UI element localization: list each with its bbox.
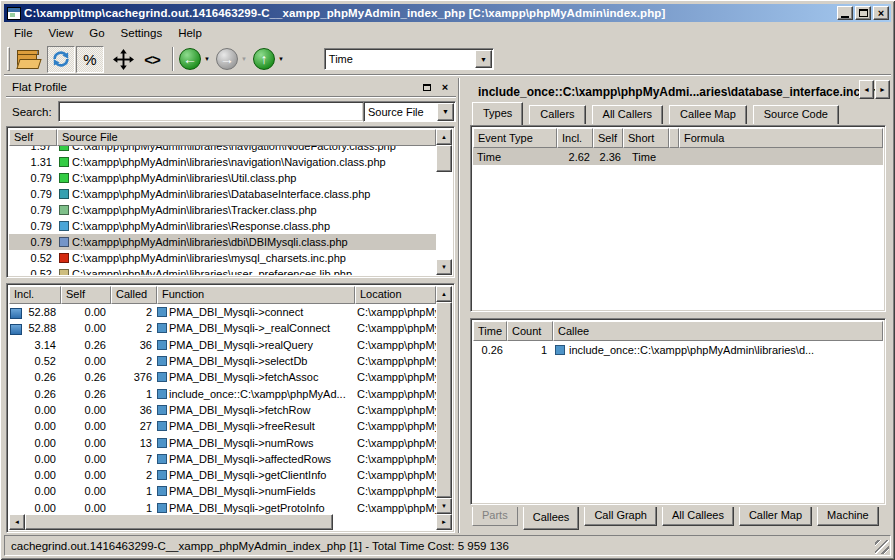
source-file-row[interactable]: 1.57C:\xampp\phpMyAdmin\libraries\naviga… bbox=[9, 146, 436, 154]
source-file-row[interactable]: 0.52C:\xampp\phpMyAdmin\libraries\mysql_… bbox=[9, 250, 436, 266]
scrollbar-thumb[interactable] bbox=[436, 302, 452, 498]
tab-call-graph[interactable]: Call Graph bbox=[584, 507, 657, 526]
column-header[interactable]: Incl. bbox=[557, 128, 593, 148]
expand-collapse-icon: <> bbox=[144, 51, 160, 68]
function-row[interactable]: 0.520.002PMA_DBI_Mysqli->selectDbC:\xamp… bbox=[9, 353, 436, 369]
column-header[interactable]: Event Type bbox=[473, 128, 557, 148]
column-header[interactable]: Short bbox=[623, 128, 669, 148]
source-list-vscrollbar[interactable]: ▲ ▼ bbox=[436, 129, 452, 275]
menu-item-go[interactable]: Go bbox=[81, 25, 112, 41]
column-header[interactable]: Location bbox=[355, 286, 436, 304]
tab-scroll-left-button[interactable]: ◄ bbox=[859, 80, 874, 99]
tab-callees[interactable]: Callees bbox=[523, 507, 580, 530]
scroll-right-button[interactable]: ► bbox=[436, 514, 452, 530]
tab-all-callers[interactable]: All Callers bbox=[592, 105, 664, 124]
scroll-down-button[interactable]: ▼ bbox=[436, 259, 452, 275]
source-file-row[interactable]: 1.31C:\xampp\phpMyAdmin\libraries\naviga… bbox=[9, 154, 436, 170]
tab-caller-map[interactable]: Caller Map bbox=[739, 507, 812, 526]
column-header[interactable]: Formula bbox=[679, 128, 883, 148]
event-combo-dropdown-button[interactable]: ▼ bbox=[475, 50, 492, 68]
column-header[interactable] bbox=[669, 128, 679, 148]
column-header[interactable]: Function bbox=[157, 286, 355, 304]
event-type-row[interactable]: Time2.622.36Time bbox=[473, 148, 883, 165]
group-by-combobox[interactable]: Source File ▼ bbox=[363, 101, 456, 122]
source-file-row[interactable]: 0.79C:\xampp\phpMyAdmin\libraries\Tracke… bbox=[9, 202, 436, 218]
dock-close-button[interactable]: × bbox=[438, 81, 452, 94]
menu-item-file[interactable]: File bbox=[6, 25, 41, 41]
tab-machine[interactable]: Machine bbox=[817, 507, 879, 526]
column-header[interactable]: Time bbox=[473, 321, 507, 341]
column-header[interactable]: Callee bbox=[553, 321, 883, 341]
function-row[interactable]: 52.880.002PMA_DBI_Mysqli->_realConnectC:… bbox=[9, 320, 436, 336]
self-cost-cell: 0.00 bbox=[61, 437, 111, 449]
back-control[interactable]: ← ▼ bbox=[179, 48, 210, 70]
column-header[interactable]: Called bbox=[111, 286, 157, 304]
resize-grip-icon[interactable] bbox=[875, 540, 889, 554]
percent-button[interactable]: % bbox=[76, 46, 104, 73]
title-bar[interactable]: C:\xampp\tmp\cachegrind.out.1416463299-C… bbox=[4, 4, 891, 22]
group-combo-dropdown-button[interactable]: ▼ bbox=[437, 103, 454, 121]
function-row[interactable]: 0.260.261include_once::C:\xampp\phpMyAd.… bbox=[9, 385, 436, 401]
open-file-button[interactable] bbox=[14, 46, 42, 73]
scroll-down-button[interactable]: ▼ bbox=[436, 498, 452, 514]
tab-scroll-right-button[interactable]: ► bbox=[875, 80, 890, 99]
tab-callers[interactable]: Callers bbox=[529, 105, 585, 124]
cycle-button[interactable]: <> bbox=[138, 46, 166, 73]
column-header[interactable]: Self bbox=[593, 128, 623, 148]
maximize-button[interactable] bbox=[855, 6, 871, 20]
source-file-row[interactable]: 0.79C:\xampp\phpMyAdmin\libraries\Respon… bbox=[9, 218, 436, 234]
event-type-combobox[interactable]: Time ▼ bbox=[324, 48, 494, 70]
minimize-button[interactable] bbox=[837, 6, 853, 20]
function-row[interactable]: 3.140.2636PMA_DBI_Mysqli->realQueryC:\xa… bbox=[9, 337, 436, 353]
function-row[interactable]: 0.000.0036PMA_DBI_Mysqli->fetchRowC:\xam… bbox=[9, 402, 436, 418]
column-header[interactable]: Incl. bbox=[9, 286, 61, 304]
function-row[interactable]: 0.000.0027PMA_DBI_Mysqli->freeResultC:\x… bbox=[9, 418, 436, 434]
self-cost-cell: 0.00 bbox=[61, 420, 111, 432]
scroll-up-button[interactable]: ▲ bbox=[436, 129, 452, 145]
forward-control[interactable]: → ▼ bbox=[216, 48, 247, 70]
tab-types[interactable]: Types bbox=[472, 102, 523, 125]
column-header[interactable]: Source File bbox=[57, 129, 436, 146]
event-type-value: Time bbox=[325, 53, 475, 65]
function-row[interactable]: 0.000.002PMA_DBI_Mysqli->getClientInfoC:… bbox=[9, 467, 436, 483]
function-row[interactable]: 0.000.007PMA_DBI_Mysqli->affectedRowsC:\… bbox=[9, 451, 436, 467]
reload-button[interactable] bbox=[47, 46, 75, 73]
source-file-row[interactable]: 0.79C:\xampp\phpMyAdmin\libraries\Util.c… bbox=[9, 170, 436, 186]
dock-float-button[interactable] bbox=[420, 81, 434, 94]
source-file-row[interactable]: 0.52C:\xampp\phpMyAdmin\libraries\user_p… bbox=[9, 266, 436, 275]
function-row[interactable]: 52.880.002PMA_DBI_Mysqli->connectC:\xamp… bbox=[9, 304, 436, 320]
callee-row[interactable]: 0.261include_once::C:\xampp\phpMyAdmin\l… bbox=[473, 341, 883, 358]
source-file-row[interactable]: 0.79C:\xampp\phpMyAdmin\libraries\dbi\DB… bbox=[9, 234, 436, 250]
column-header[interactable]: Count bbox=[507, 321, 553, 341]
scroll-up-button[interactable]: ▲ bbox=[436, 286, 452, 302]
close-button[interactable]: × bbox=[873, 6, 889, 20]
function-table-vscrollbar[interactable]: ▲ ▼ bbox=[436, 286, 452, 514]
search-input[interactable] bbox=[58, 101, 364, 122]
tab-source-code[interactable]: Source Code bbox=[753, 105, 839, 124]
tab-callee-map[interactable]: Callee Map bbox=[669, 105, 747, 124]
scroll-left-button[interactable]: ◄ bbox=[9, 514, 25, 530]
pan-button[interactable] bbox=[109, 46, 137, 73]
function-row[interactable]: 0.000.001PMA_DBI_Mysqli->numFieldsC:\xam… bbox=[9, 483, 436, 499]
toolbar-handle[interactable] bbox=[7, 47, 10, 71]
source-file-cell: C:\xampp\phpMyAdmin\libraries\navigation… bbox=[72, 156, 436, 168]
function-icon bbox=[157, 486, 167, 496]
function-row[interactable]: 0.260.26376PMA_DBI_Mysqli->fetchAssocC:\… bbox=[9, 369, 436, 385]
column-header[interactable]: Self bbox=[61, 286, 111, 304]
tab-parts[interactable]: Parts bbox=[472, 507, 518, 526]
menu-item-settings[interactable]: Settings bbox=[113, 25, 171, 41]
scrollbar-thumb[interactable] bbox=[436, 145, 452, 172]
function-row[interactable]: 0.000.0013PMA_DBI_Mysqli->numRowsC:\xamp… bbox=[9, 434, 436, 450]
function-cell: PMA_DBI_Mysqli->realQuery bbox=[157, 339, 355, 351]
up-control[interactable]: ↑ ▼ bbox=[253, 48, 284, 70]
menu-item-view[interactable]: View bbox=[41, 25, 82, 41]
dock-title-bar[interactable]: Flat Profile × bbox=[6, 78, 456, 97]
function-row[interactable]: 0.000.001PMA_DBI_Mysqli->getProtoInfoC:\… bbox=[9, 500, 436, 514]
tab-all-callees[interactable]: All Callees bbox=[662, 507, 734, 526]
menu-item-help[interactable]: Help bbox=[170, 25, 210, 41]
scrollbar-thumb[interactable] bbox=[25, 514, 333, 530]
column-header[interactable]: Self bbox=[9, 129, 57, 146]
open-folder-icon bbox=[17, 53, 40, 69]
source-file-row[interactable]: 0.79C:\xampp\phpMyAdmin\libraries\Databa… bbox=[9, 186, 436, 202]
function-table-hscrollbar[interactable]: ◄ ► bbox=[9, 514, 452, 530]
